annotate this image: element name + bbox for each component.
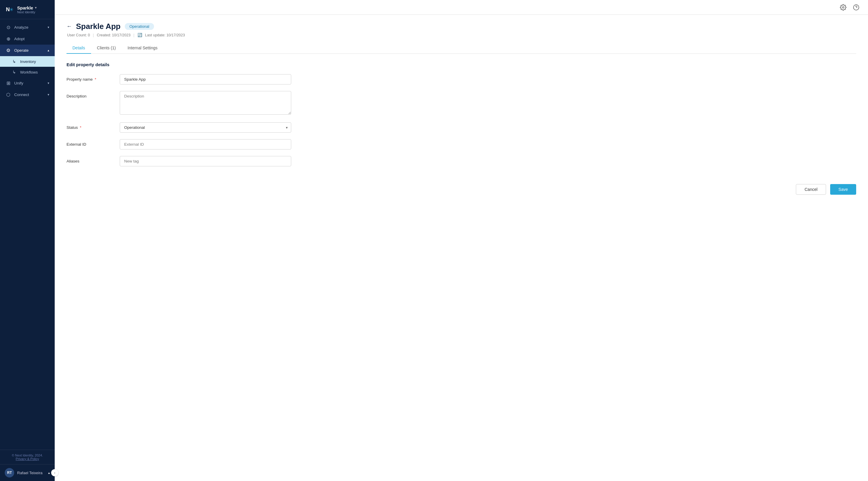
page-meta: User Count: 0 | Created: 10/17/2023 | 🔄 … [67,33,856,37]
sidebar-item-label: Workflows [20,70,38,74]
external-id-field [120,139,291,150]
save-button[interactable]: Save [830,184,856,195]
tab-internal-settings[interactable]: Internal Settings [122,42,163,54]
sidebar-item-workflows[interactable]: ↳ Workflows [0,67,55,77]
svg-point-4 [854,4,859,10]
org-chevron-icon: ▾ [35,6,37,10]
inventory-icon: ↳ [11,59,17,64]
adopt-icon: ⊕ [5,36,11,42]
aliases-row: Aliases [66,156,856,166]
sidebar-item-operate[interactable]: ⚙ Operate ▴ [0,44,55,56]
main-area: ← Sparkle App Operational User Count: 0 … [55,0,868,481]
svg-text:✳: ✳ [9,7,13,12]
description-row: Description [66,91,856,116]
aliases-input[interactable] [120,156,291,166]
page-header: ← Sparkle App Operational [66,22,856,31]
update-icon: 🔄 [137,33,142,37]
meta-sep-1: | [93,33,94,37]
description-textarea[interactable] [120,91,291,115]
sidebar-item-label: Connect [14,93,29,97]
status-row: Status * Operational Inactive Maintenanc… [66,122,856,133]
aliases-field [120,156,291,166]
user-name: Rafael Teixeira [17,471,45,475]
created-date: Created: 10/17/2023 [97,33,130,37]
content-area: ← Sparkle App Operational User Count: 0 … [55,15,868,481]
sidebar-org-row[interactable]: Sparkle ▾ [17,5,37,10]
back-button[interactable]: ← [66,23,72,30]
analyze-chevron-icon: ▾ [48,25,50,29]
status-badge: Operational [125,23,154,30]
sidebar-org: Sparkle ▾ Next Identity [17,5,37,14]
privacy-policy-link[interactable]: Privacy & Policy [16,457,39,460]
sidebar-logo: N ✳ Sparkle ▾ Next Identity [5,4,37,15]
operate-icon: ⚙ [5,47,11,53]
property-name-field [120,74,291,85]
sidebar-header: N ✳ Sparkle ▾ Next Identity [0,0,55,19]
description-field [120,91,291,116]
sidebar-item-connect[interactable]: ⬡ Connect ▾ [0,89,55,100]
sidebar-nav: ⊙ Analyze ▾ ⊕ Adopt ⚙ Operate ▴ ↳ Invent… [0,19,55,450]
cancel-button[interactable]: Cancel [796,184,826,195]
sidebar-item-label: Operate [14,48,29,53]
tab-details[interactable]: Details [66,42,91,54]
connect-chevron-icon: ▾ [48,93,50,97]
tabs: Details Clients (1) Internal Settings [66,42,856,54]
sidebar-item-label: Analyze [14,25,28,30]
unify-chevron-icon: ▾ [48,81,50,85]
sidebar-item-adopt[interactable]: ⊕ Adopt [0,33,55,44]
workflows-icon: ↳ [11,70,17,74]
sidebar-item-unify[interactable]: ⊞ Unify ▾ [0,77,55,89]
sidebar-user[interactable]: RT Rafael Teixeira ▴ ‹ [0,464,55,481]
sidebar: N ✳ Sparkle ▾ Next Identity ⊙ Analyze ▾ … [0,0,55,481]
status-select-wrapper: Operational Inactive Maintenance ▾ [120,122,291,133]
settings-icon[interactable] [838,3,848,12]
sidebar-item-label: Adopt [14,37,25,41]
sidebar-item-inventory[interactable]: ↳ Inventory [0,56,55,67]
status-label: Status * [66,122,114,130]
sidebar-item-analyze[interactable]: ⊙ Analyze ▾ [0,22,55,33]
aliases-label: Aliases [66,156,114,163]
svg-point-3 [842,6,844,8]
status-select[interactable]: Operational Inactive Maintenance [120,122,291,133]
required-star: * [80,125,81,130]
form-actions: Cancel Save [66,178,856,195]
property-name-label: Property name * [66,74,114,82]
property-name-row: Property name * [66,74,856,85]
status-field: Operational Inactive Maintenance ▾ [120,122,291,133]
app-logo-icon: N ✳ [5,4,16,15]
page-title: Sparkle App [76,22,121,31]
copyright-text: © Next Identity, 2024. [5,453,50,457]
description-label: Description [66,91,114,98]
sidebar-collapse-button[interactable]: ‹ [51,469,58,476]
org-subtitle: Next Identity [17,10,37,14]
sidebar-item-label: Unify [14,81,23,85]
external-id-row: External ID [66,139,856,150]
user-count: User Count: 0 [67,33,90,37]
meta-sep-2: | [133,33,134,37]
user-chevron-icon: ▴ [48,471,50,475]
org-name: Sparkle [17,5,33,10]
required-star: * [95,77,96,82]
sidebar-item-label: Inventory [20,59,36,64]
external-id-label: External ID [66,139,114,147]
avatar: RT [5,468,14,477]
form-section-title: Edit property details [66,62,856,67]
sidebar-footer: © Next Identity, 2024. Privacy & Policy [0,450,55,464]
external-id-input[interactable] [120,139,291,150]
connect-icon: ⬡ [5,92,11,97]
topnav-icons [838,3,861,12]
operate-chevron-icon: ▴ [48,49,50,52]
topnav [55,0,868,15]
unify-icon: ⊞ [5,81,11,86]
help-icon[interactable] [851,3,861,12]
last-update: Last update: 10/17/2023 [145,33,185,37]
tab-clients[interactable]: Clients (1) [91,42,122,54]
analyze-icon: ⊙ [5,25,11,30]
property-name-input[interactable] [120,74,291,85]
